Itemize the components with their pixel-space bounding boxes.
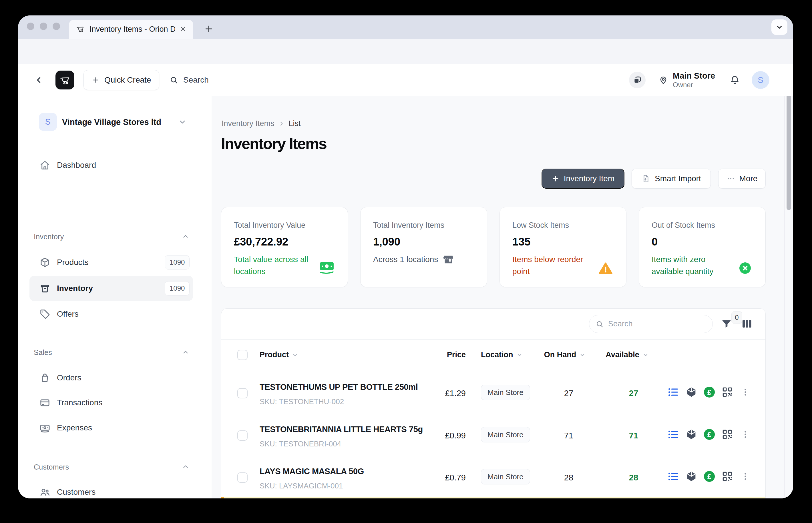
- org-switcher[interactable]: S Vintage Village Stores ltd: [18, 109, 212, 135]
- breadcrumb-parent[interactable]: Inventory Items: [222, 119, 275, 128]
- sidebar-item-label: Customers: [57, 488, 95, 497]
- workspace-switcher-button[interactable]: [629, 72, 646, 88]
- row-menu-kebab-icon[interactable]: [739, 386, 752, 398]
- quick-create-button[interactable]: Quick Create: [84, 70, 159, 90]
- table-row[interactable]: TESTONETHUMS UP PET BOTTLE 250ml SKU: TE…: [221, 371, 765, 413]
- sidebar-item-label: Inventory: [57, 284, 93, 293]
- chevron-up-icon[interactable]: [182, 463, 189, 472]
- table-header: Product Price Location On Hand: [221, 339, 765, 371]
- close-window-icon[interactable]: [27, 22, 34, 30]
- sidebar-item-offers[interactable]: Offers: [18, 302, 212, 327]
- svg-text:£: £: [707, 389, 711, 396]
- page-title: Inventory Items: [221, 134, 326, 152]
- table-search[interactable]: [589, 315, 713, 333]
- sidebar-item-expenses[interactable]: Expenses: [18, 415, 212, 440]
- zoom-window-icon[interactable]: [53, 22, 60, 30]
- location-badge: Main Store: [481, 427, 530, 443]
- row-checkbox[interactable]: [237, 472, 248, 483]
- stat-subtitle: Items below reorder point: [512, 253, 598, 277]
- chevron-right-icon: [279, 121, 285, 127]
- on-hand-count: 27: [543, 389, 595, 398]
- minimize-window-icon[interactable]: [40, 22, 47, 30]
- row-checkbox[interactable]: [237, 388, 248, 398]
- app-header: Quick Create Search Main Store Owner S: [18, 64, 793, 96]
- sidebar-item-label: Expenses: [57, 423, 92, 432]
- user-avatar[interactable]: S: [752, 71, 770, 89]
- product-name[interactable]: TESTONEBRITANNIA LITTLE HEARTS 75g: [260, 425, 423, 434]
- stock-cube-icon[interactable]: [685, 386, 698, 398]
- qr-code-icon[interactable]: [721, 386, 734, 398]
- sidebar-item-dashboard[interactable]: Dashboard: [18, 152, 212, 178]
- column-header-product[interactable]: Product: [260, 350, 299, 359]
- page-scrollbar[interactable]: [784, 64, 793, 499]
- product-name[interactable]: TESTONETHUMS UP PET BOTTLE 250ml: [260, 382, 418, 392]
- table-search-input[interactable]: [608, 320, 694, 328]
- location-badge: Main Store: [481, 385, 530, 400]
- store-name: Main Store: [673, 71, 715, 80]
- stat-value: £30,722.92: [234, 236, 288, 248]
- tab-close-icon[interactable]: [179, 25, 187, 33]
- movements-list-icon[interactable]: [667, 428, 679, 441]
- chevron-up-icon[interactable]: [182, 233, 189, 241]
- filter-icon[interactable]: [721, 318, 732, 331]
- table-row[interactable]: LAYS MAGIC MASALA 50G SKU: LAYSMAGICM-00…: [221, 455, 765, 497]
- collapse-sidebar-icon[interactable]: [34, 64, 44, 96]
- sidebar: S Vintage Village Stores ltd Dashboard I…: [18, 96, 212, 499]
- store-selector[interactable]: Main Store Owner: [658, 64, 715, 96]
- breadcrumb-current: List: [289, 119, 301, 128]
- price-pound-icon[interactable]: £: [703, 428, 716, 441]
- select-all-checkbox[interactable]: [237, 350, 248, 360]
- smart-import-button[interactable]: Smart Import: [632, 169, 711, 188]
- banknote-icon: [39, 421, 51, 434]
- app-root: Quick Create Search Main Store Owner S: [18, 64, 793, 499]
- column-header-location[interactable]: Location: [481, 350, 523, 359]
- add-inventory-item-button[interactable]: Inventory Item: [542, 169, 624, 188]
- warning-icon: [598, 261, 613, 277]
- column-header-price[interactable]: Price: [409, 350, 466, 359]
- notifications-bell-icon[interactable]: [729, 75, 740, 87]
- tab-title: Inventory Items - Orion Dev: [89, 25, 175, 34]
- tab-search-chevron-icon[interactable]: [771, 19, 788, 35]
- row-menu-kebab-icon[interactable]: [739, 470, 752, 483]
- store-icon: [443, 254, 454, 265]
- sidebar-item-label: Offers: [57, 309, 78, 319]
- sidebar-item-orders[interactable]: Orders: [18, 365, 212, 391]
- users-icon: [39, 486, 51, 499]
- column-header-available[interactable]: Available: [602, 350, 653, 359]
- movements-list-icon[interactable]: [667, 386, 679, 398]
- table-row[interactable]: HEERA RAGI FLOUR 1KG SKU: HEERARAGIF-001…: [221, 497, 765, 499]
- product-name[interactable]: LAYS MAGIC MASALA 50G: [260, 467, 364, 476]
- available-count: 71: [608, 431, 659, 440]
- new-tab-icon[interactable]: [204, 24, 214, 35]
- traffic-lights[interactable]: [27, 22, 60, 30]
- price-pound-icon[interactable]: £: [703, 470, 716, 483]
- browser-tab[interactable]: Inventory Items - Orion Dev: [69, 20, 193, 39]
- global-search-button[interactable]: Search: [170, 64, 209, 96]
- sort-chevron-icon: [292, 351, 299, 358]
- sidebar-item-products[interactable]: Products 1090: [18, 250, 212, 275]
- chevron-up-icon[interactable]: [182, 348, 189, 357]
- table-row[interactable]: TESTONEBRITANNIA LITTLE HEARTS 75g SKU: …: [221, 413, 765, 455]
- column-header-on-hand[interactable]: On Hand: [539, 350, 591, 359]
- available-count: 28: [608, 473, 659, 483]
- search-icon: [596, 320, 604, 328]
- sidebar-item-customers[interactable]: Customers: [18, 480, 212, 499]
- file-upload-icon: [641, 174, 651, 183]
- on-hand-count: 71: [543, 431, 595, 440]
- qr-code-icon[interactable]: [721, 428, 734, 441]
- movements-list-icon[interactable]: [667, 470, 679, 483]
- bin-icon: [39, 282, 51, 295]
- qr-code-icon[interactable]: [721, 470, 734, 483]
- app-logo-cart-icon[interactable]: [55, 71, 74, 89]
- more-button[interactable]: More: [718, 169, 766, 188]
- stock-cube-icon[interactable]: [685, 470, 698, 483]
- count-badge: 1090: [165, 281, 190, 295]
- price-pound-icon[interactable]: £: [703, 386, 716, 398]
- product-sku: SKU: TESTONETHU-002: [260, 397, 344, 406]
- columns-icon[interactable]: [741, 318, 753, 331]
- sidebar-item-inventory[interactable]: Inventory 1090: [18, 276, 212, 301]
- sidebar-item-transactions[interactable]: Transactions: [18, 390, 212, 415]
- stock-cube-icon[interactable]: [685, 428, 698, 441]
- row-menu-kebab-icon[interactable]: [739, 428, 752, 441]
- row-checkbox[interactable]: [237, 430, 248, 441]
